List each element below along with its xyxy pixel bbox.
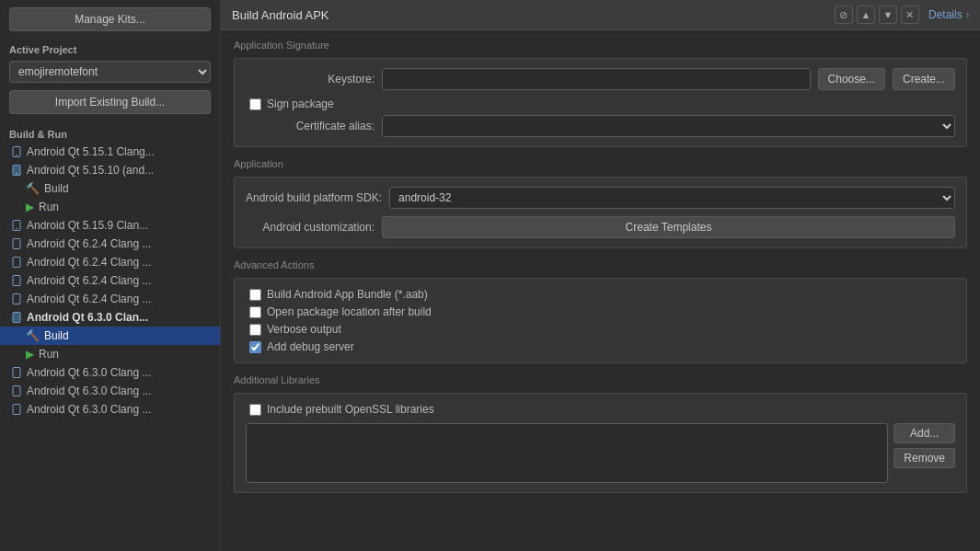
library-buttons: Add... Remove [894, 423, 955, 468]
kit-label: Android Qt 5.15.1 Clang... [27, 145, 155, 158]
cert-alias-select[interactable] [382, 115, 955, 137]
build-run-label: Build & Run [0, 123, 220, 143]
sidebar-item-kit6[interactable]: Android Qt 6.2.4 Clang ... [0, 271, 220, 290]
sdk-row: Android build platform SDK: android-32 [246, 187, 955, 209]
device-icon [11, 165, 22, 176]
verbose-row: Verbose output [246, 323, 955, 336]
svg-rect-8 [13, 276, 20, 286]
svg-rect-9 [13, 294, 20, 304]
stop-button[interactable]: ⊘ [835, 6, 853, 24]
library-list [246, 423, 888, 483]
build-label: Build [44, 329, 69, 342]
svg-rect-12 [13, 386, 20, 396]
bundle-checkbox[interactable] [249, 289, 261, 301]
keystore-label: Keystore: [246, 73, 375, 86]
keystore-row: Keystore: Choose... Create... [246, 68, 955, 90]
main-panel: Build Android APK ⊘ ▲ ▼ ✕ Details › Appl… [221, 0, 980, 551]
sidebar-item-kit10[interactable]: Android Qt 6.3.0 Clang ... [0, 382, 220, 400]
kit-label: Android Qt 5.15.10 (and... [27, 164, 154, 177]
manage-kits-button[interactable]: Manage Kits... [9, 7, 211, 31]
remove-library-button[interactable]: Remove [894, 448, 955, 468]
create-templates-button[interactable]: Create Templates [382, 216, 955, 238]
verbose-checkbox[interactable] [249, 324, 261, 336]
open-package-label: Open package location after build [267, 305, 432, 318]
svg-rect-13 [13, 405, 20, 415]
sign-package-checkbox[interactable] [249, 98, 261, 110]
openssl-checkbox[interactable] [249, 404, 261, 416]
sign-package-row: Sign package [246, 98, 955, 110]
create-button[interactable]: Create... [893, 68, 955, 90]
customization-label: Android customization: [246, 221, 375, 234]
kit-label: Android Qt 6.3.0 Clan... [27, 311, 148, 324]
kit-label: Android Qt 6.3.0 Clang ... [27, 366, 151, 379]
cert-alias-row: Certificate alias: [246, 115, 955, 137]
additional-libraries-box: Include prebuilt OpenSSL libraries Add..… [234, 393, 967, 493]
content-area: Application Signature Keystore: Choose..… [221, 30, 980, 551]
svg-rect-11 [13, 368, 20, 378]
run-label: Run [39, 201, 59, 213]
additional-libraries-section: Additional Libraries Include prebuilt Op… [234, 374, 967, 493]
run-icon: ▶ [26, 201, 34, 213]
build-label: Build [44, 182, 69, 195]
active-project-label: Active Project [0, 39, 220, 58]
advanced-actions-header: Advanced Actions [234, 259, 967, 272]
svg-rect-7 [13, 258, 20, 268]
build-icon: 🔨 [26, 329, 40, 342]
sidebar-item-kit9[interactable]: Android Qt 6.3.0 Clang ... [0, 363, 220, 382]
choose-button[interactable]: Choose... [818, 68, 885, 90]
header-controls: ⊘ ▲ ▼ ✕ Details › [835, 6, 969, 24]
sidebar-item-build1[interactable]: 🔨 Build [0, 179, 220, 198]
debug-server-row: Add debug server [246, 340, 955, 353]
sidebar-item-kit4[interactable]: Android Qt 6.2.4 Clang ... [0, 235, 220, 253]
keystore-input[interactable] [382, 68, 811, 90]
library-list-row: Add... Remove [246, 423, 955, 483]
advanced-actions-box: Build Android App Bundle (*.aab) Open pa… [234, 278, 967, 363]
kit-label: Android Qt 6.3.0 Clang ... [27, 385, 151, 397]
sidebar-item-run1[interactable]: ▶ Run [0, 198, 220, 216]
svg-rect-6 [13, 239, 20, 249]
details-link[interactable]: Details [928, 8, 963, 21]
prev-button[interactable]: ▲ [857, 6, 875, 24]
debug-server-label: Add debug server [267, 340, 354, 353]
sidebar-item-kit8[interactable]: Android Qt 6.3.0 Clan... [0, 308, 220, 327]
device-icon [11, 312, 22, 323]
open-package-row: Open package location after build [246, 305, 955, 318]
sdk-select[interactable]: android-32 [389, 187, 955, 209]
open-package-checkbox[interactable] [249, 306, 261, 318]
sidebar-item-kit11[interactable]: Android Qt 6.3.0 Clang ... [0, 400, 220, 419]
additional-libraries-header: Additional Libraries [234, 374, 967, 387]
sidebar-item-build2[interactable]: 🔨 Build [0, 327, 220, 345]
close-button[interactable]: ✕ [901, 6, 919, 24]
import-build-button[interactable]: Import Existing Build... [9, 90, 211, 114]
next-button[interactable]: ▼ [879, 6, 897, 24]
app-signature-section: Application Signature Keystore: Choose..… [234, 40, 967, 147]
sidebar-item-kit2[interactable]: Android Qt 5.15.10 (and... [0, 161, 220, 179]
sidebar-item-run2[interactable]: ▶ Run [0, 345, 220, 363]
kit-label: Android Qt 5.15.9 Clan... [27, 219, 148, 232]
header-title: Build Android APK [232, 8, 329, 22]
app-signature-box: Keystore: Choose... Create... Sign packa… [234, 58, 967, 147]
kit-label: Android Qt 6.3.0 Clang ... [27, 403, 151, 416]
kit-icon [11, 146, 22, 157]
build-icon: 🔨 [26, 182, 40, 195]
sidebar: Manage Kits... Active Project emojiremot… [0, 0, 221, 551]
advanced-actions-section: Advanced Actions Build Android App Bundl… [234, 259, 967, 363]
sidebar-item-kit3[interactable]: Android Qt 5.15.9 Clan... [0, 216, 220, 235]
sidebar-item-kit5[interactable]: Android Qt 6.2.4 Clang ... [0, 253, 220, 271]
run-label: Run [39, 348, 59, 361]
project-select[interactable]: emojiremotefont [9, 61, 211, 83]
chevron-icon: › [966, 10, 969, 20]
sidebar-item-kit1[interactable]: Android Qt 5.15.1 Clang... [0, 143, 220, 161]
kit-label: Android Qt 6.2.4 Clang ... [27, 256, 151, 269]
application-section: Application Android build platform SDK: … [234, 158, 967, 248]
header: Build Android APK ⊘ ▲ ▼ ✕ Details › [221, 0, 980, 30]
app-signature-header: Application Signature [234, 40, 967, 52]
debug-server-checkbox[interactable] [249, 341, 261, 353]
kit-icon [11, 385, 22, 396]
run-icon: ▶ [26, 348, 34, 361]
add-library-button[interactable]: Add... [894, 423, 955, 443]
kit-icon [11, 275, 22, 286]
sidebar-item-kit7[interactable]: Android Qt 6.2.4 Clang ... [0, 290, 220, 308]
kit-icon [11, 404, 22, 415]
cert-alias-label: Certificate alias: [246, 120, 375, 132]
